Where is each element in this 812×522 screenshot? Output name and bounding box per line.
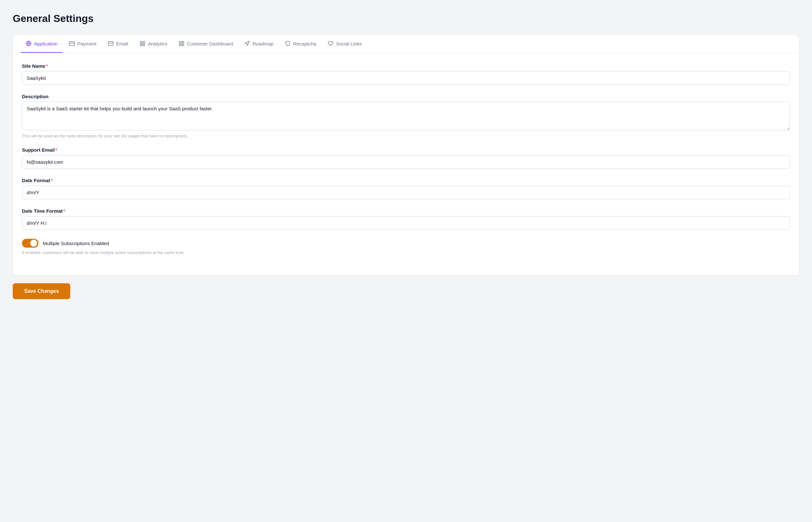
multiple-subscriptions-label: Multiple Subscriptions Enabled [43,241,109,246]
support-email-required: * [55,147,57,153]
date-format-required: * [51,178,53,183]
description-group: Description SaaSykit is a SaaS starter k… [22,94,790,138]
multiple-subscriptions-hint: If enabled, customers will be able to ha… [22,250,790,255]
description-label: Description [22,94,790,99]
description-input[interactable]: SaaSykit is a SaaS starter kit that help… [22,102,790,130]
toggle-thumb [30,240,37,247]
site-name-input[interactable] [22,71,790,85]
payment-icon [69,41,75,46]
svg-rect-11 [182,44,184,46]
tab-social-links[interactable]: Social Links [323,35,367,53]
tab-email[interactable]: Email [103,35,133,53]
support-email-input[interactable] [22,155,790,169]
date-format-input[interactable] [22,186,790,199]
date-time-format-input[interactable] [22,216,790,230]
svg-rect-6 [140,44,142,46]
date-time-format-required: * [63,208,65,214]
tab-application[interactable]: Application [21,35,63,53]
toggle-track [22,239,39,248]
form-content: Site Name* Description SaaSykit is a Saa… [13,53,799,275]
svg-rect-8 [179,41,181,43]
tab-recaptcha[interactable]: Recaptcha [280,35,321,53]
svg-rect-9 [182,41,184,43]
tab-roadmap[interactable]: Roadmap [239,35,279,53]
date-time-format-group: Date Time Format* [22,208,790,230]
tab-email-label: Email [116,41,128,46]
support-email-group: Support Email* [22,147,790,169]
multiple-subscriptions-toggle[interactable] [22,239,39,248]
tab-roadmap-label: Roadmap [252,41,273,46]
tab-recaptcha-label: Recaptcha [293,41,316,46]
settings-card: Application Payment Email [13,35,799,276]
analytics-icon [140,41,145,46]
email-icon [108,41,114,46]
svg-rect-2 [69,42,75,45]
tab-analytics[interactable]: Analytics [135,35,172,53]
tab-payment-label: Payment [77,41,96,46]
toggle-row: Multiple Subscriptions Enabled [22,239,790,248]
save-changes-button[interactable]: Save Changes [13,283,70,299]
tab-analytics-label: Analytics [148,41,167,46]
tab-payment[interactable]: Payment [64,35,101,53]
svg-rect-7 [143,44,145,46]
application-icon [26,41,32,46]
svg-rect-5 [143,41,145,43]
support-email-label: Support Email* [22,147,790,153]
site-name-group: Site Name* [22,63,790,85]
description-hint: This will be used as the meta descriptio… [22,134,790,138]
date-format-label: Date Format* [22,178,790,183]
svg-marker-12 [245,41,249,46]
svg-rect-4 [140,41,142,43]
customer-dashboard-icon [179,41,184,46]
page-title: General Settings [13,13,799,24]
site-name-required: * [46,63,48,69]
site-name-label: Site Name* [22,63,790,69]
date-time-format-label: Date Time Format* [22,208,790,214]
tab-customer-dashboard-label: Customer Dashboard [187,41,233,46]
tab-customer-dashboard[interactable]: Customer Dashboard [174,35,238,53]
tab-social-links-label: Social Links [336,41,362,46]
tabs-bar: Application Payment Email [13,35,799,53]
date-format-group: Date Format* [22,178,790,199]
tab-application-label: Application [34,41,58,46]
multiple-subscriptions-group: Multiple Subscriptions Enabled If enable… [22,239,790,255]
svg-rect-10 [179,44,181,46]
recaptcha-icon [285,41,290,46]
roadmap-icon [244,41,250,46]
social-links-icon [328,41,333,46]
